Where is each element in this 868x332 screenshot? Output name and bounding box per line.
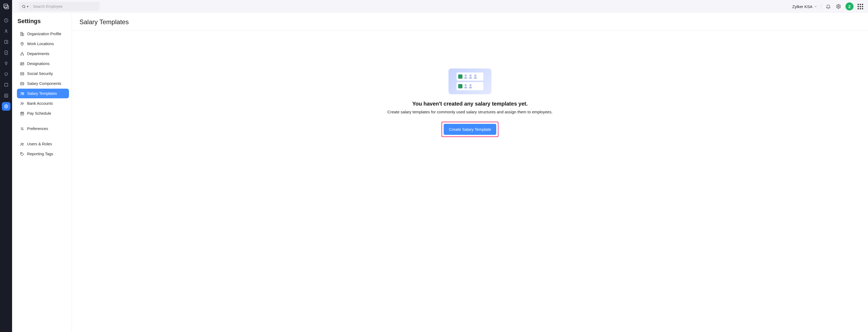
empty-state: You haven't created any salary templates… [72,31,868,137]
settings-nav-label: Users & Roles [27,142,52,146]
settings-nav-label: Salary Templates [27,91,57,96]
settings-nav-users-roles[interactable]: Users & Roles [17,139,69,149]
empty-heading: You haven't created any salary templates… [412,101,528,107]
content-area: Salary Templates [72,13,868,332]
settings-nav-label: Preferences [27,126,48,131]
svg-point-4 [5,30,7,31]
page-title: Salary Templates [80,18,861,26]
rail-item-employees[interactable] [2,27,10,35]
svg-point-33 [21,143,22,144]
rail-item-reports[interactable] [2,91,10,100]
search-divider [31,4,31,9]
money-list-icon [20,81,24,86]
rail-item-approvals[interactable] [2,48,10,57]
settings-nav-pay-schedule[interactable]: Pay Schedule [17,109,69,118]
settings-nav-departments[interactable]: Departments [17,49,69,59]
rail-item-dashboard[interactable] [2,16,10,25]
gear-icon[interactable] [835,3,842,10]
svg-point-2 [6,7,7,8]
settings-nav-label: Social Security [27,71,53,76]
body-row: Settings Organization ProfileWork Locati… [12,13,868,332]
settings-nav-label: Reporting Tags [27,152,53,156]
rail-item-loans[interactable] [2,59,10,68]
svg-point-26 [23,102,23,103]
svg-rect-12 [22,33,23,36]
svg-point-13 [22,43,23,44]
svg-point-20 [21,73,22,74]
main-column: ▼ Zylker KSA Z [12,0,868,332]
org-switcher[interactable]: Zylker KSA [792,4,817,9]
chevron-down-icon[interactable]: ▼ [26,5,29,8]
sliders-icon [20,126,24,131]
settings-nav-preferences[interactable]: Preferences [17,124,69,133]
rail-item-settings[interactable] [2,102,10,111]
cta-highlight-box: Create Salary Template [441,122,498,137]
svg-point-30 [23,114,23,114]
settings-nav-work-locations[interactable]: Work Locations [17,39,69,49]
settings-nav-bank-accounts[interactable]: Bank Accounts [17,98,69,108]
svg-rect-17 [21,62,24,65]
svg-point-8 [5,106,7,107]
svg-point-10 [838,6,839,7]
search-box[interactable]: ▼ [19,2,100,11]
settings-nav-organization-profile[interactable]: Organization Profile [17,29,69,39]
app-root: ▼ Zylker KSA Z [0,0,868,332]
svg-point-34 [23,143,24,144]
settings-nav-label: Pay Schedule [27,111,51,116]
users-icon [20,142,24,146]
left-rail [0,0,12,332]
building-icon [20,31,24,36]
svg-point-28 [21,114,21,114]
settings-title: Settings [17,18,69,25]
avatar-letter: Z [848,4,850,9]
users-small-icon [20,101,24,106]
settings-sidebar: Settings Organization ProfileWork Locati… [12,13,72,332]
empty-illustration [448,68,491,94]
settings-nav-designations[interactable]: Designations [17,59,69,68]
svg-point-23 [21,92,22,93]
tag-icon [20,151,24,156]
svg-point-9 [23,5,25,7]
settings-nav-social-security[interactable]: Social Security [17,69,69,79]
location-icon [20,41,24,46]
svg-point-35 [21,153,22,153]
settings-nav-salary-templates[interactable]: Salary Templates [17,89,69,98]
org-tree-icon [20,51,24,56]
chevron-down-icon [814,5,817,8]
org-name: Zylker KSA [792,4,812,9]
apps-grid-icon[interactable] [857,3,863,9]
rail-item-benefits[interactable] [2,70,10,79]
settings-nav-label: Organization Profile [27,32,61,36]
settings-nav-label: Designations [27,61,50,66]
svg-point-25 [21,102,22,103]
svg-point-18 [21,63,22,64]
search-input[interactable] [33,4,81,9]
svg-rect-5 [5,40,8,43]
svg-point-32 [22,129,23,130]
empty-subtext: Create salary templates for commonly use… [387,110,552,114]
settings-nav-label: Departments [27,52,50,56]
settings-nav-label: Bank Accounts [27,101,53,105]
create-salary-template-button[interactable]: Create Salary Template [444,124,496,135]
content-header: Salary Templates [72,13,868,31]
avatar[interactable]: Z [845,2,854,10]
notifications-icon[interactable] [825,3,832,10]
id-card-icon [20,61,24,66]
settings-nav-label: Salary Components [27,81,61,86]
shield-id-icon [20,71,24,76]
svg-point-31 [21,128,22,128]
settings-nav-salary-components[interactable]: Salary Components [17,79,69,88]
rail-item-payruns[interactable] [2,38,10,46]
settings-nav-label: Work Locations [27,42,54,46]
rail-item-documents[interactable] [2,81,10,89]
user-template-icon [20,91,24,96]
svg-point-22 [22,83,23,84]
search-icon [22,5,26,9]
topbar: ▼ Zylker KSA Z [12,0,868,13]
svg-rect-11 [21,32,22,36]
app-logo-icon [2,3,10,10]
settings-nav-reporting-tags[interactable]: Reporting Tags [17,149,69,159]
calendar-check-icon [20,111,24,116]
